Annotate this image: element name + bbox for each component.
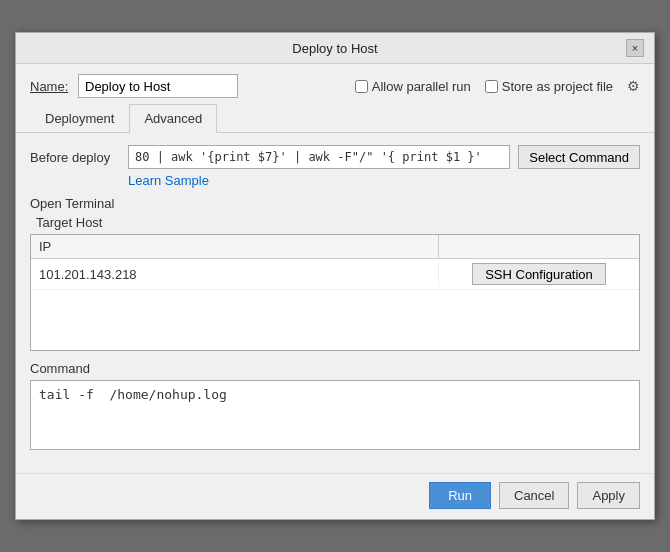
allow-parallel-checkbox-item[interactable]: Allow parallel run — [355, 79, 471, 94]
table-header-ssh — [439, 235, 639, 258]
select-command-button[interactable]: Select Command — [518, 145, 640, 169]
run-button[interactable]: Run — [429, 482, 491, 509]
dialog-title: Deploy to Host — [44, 41, 626, 56]
allow-parallel-label: Allow parallel run — [372, 79, 471, 94]
table-body: 101.201.143.218 SSH Configuration — [31, 259, 639, 350]
command-section: Command tail -f /home/nohup.log — [30, 361, 640, 453]
close-icon: × — [632, 42, 638, 54]
before-deploy-label: Before deploy — [30, 150, 120, 165]
tabs-row: Deployment Advanced — [16, 104, 654, 133]
content-area: Before deploy Select Command Learn Sampl… — [16, 133, 654, 473]
before-deploy-row: Before deploy Select Command — [30, 145, 640, 169]
name-input[interactable] — [78, 74, 238, 98]
tab-deployment[interactable]: Deployment — [30, 104, 129, 132]
buttons-row: Run Cancel Apply — [16, 473, 654, 519]
table-cell-ssh: SSH Configuration — [439, 259, 639, 289]
title-bar: Deploy to Host × — [16, 33, 654, 64]
command-label: Command — [30, 361, 640, 376]
learn-sample-link[interactable]: Learn Sample — [128, 173, 640, 188]
command-textarea[interactable]: tail -f /home/nohup.log — [30, 380, 640, 450]
store-project-label: Store as project file — [502, 79, 613, 94]
ssh-configuration-button[interactable]: SSH Configuration — [472, 263, 606, 285]
before-deploy-input[interactable] — [128, 145, 510, 169]
open-terminal-label: Open Terminal — [30, 196, 640, 211]
allow-parallel-checkbox[interactable] — [355, 80, 368, 93]
store-project-checkbox[interactable] — [485, 80, 498, 93]
tab-advanced[interactable]: Advanced — [129, 104, 217, 133]
target-host-table: IP 101.201.143.218 SSH Configuration — [30, 234, 640, 351]
cancel-button[interactable]: Cancel — [499, 482, 569, 509]
checkboxes-area: Allow parallel run Store as project file… — [355, 78, 640, 94]
name-row: Name: Allow parallel run Store as projec… — [16, 64, 654, 104]
target-host-label: Target Host — [30, 215, 640, 230]
table-header: IP — [31, 235, 639, 259]
store-project-checkbox-item[interactable]: Store as project file — [485, 79, 613, 94]
deploy-dialog: Deploy to Host × Name: Allow parallel ru… — [15, 32, 655, 520]
table-row: 101.201.143.218 SSH Configuration — [31, 259, 639, 290]
close-button[interactable]: × — [626, 39, 644, 57]
table-empty-area — [31, 290, 639, 350]
apply-button[interactable]: Apply — [577, 482, 640, 509]
table-cell-ip: 101.201.143.218 — [31, 263, 439, 286]
gear-icon[interactable]: ⚙ — [627, 78, 640, 94]
name-label: Name: — [30, 79, 70, 94]
table-header-ip: IP — [31, 235, 439, 258]
